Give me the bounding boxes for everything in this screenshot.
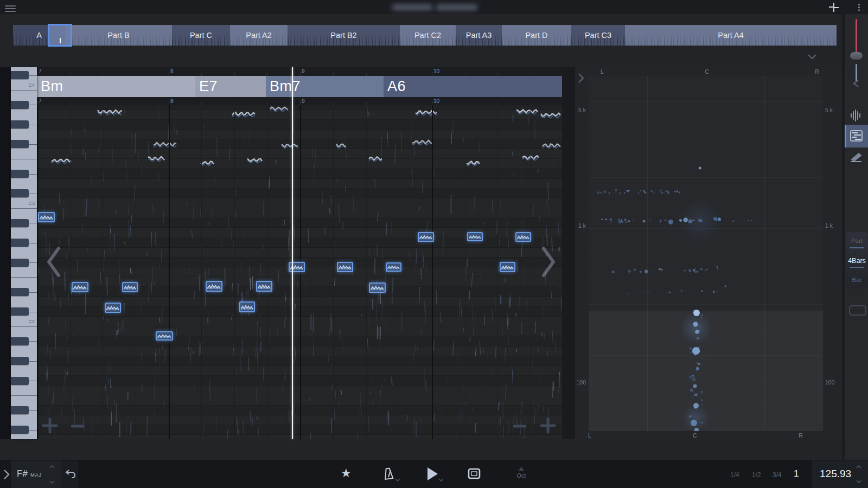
volume-slider[interactable] [845, 19, 868, 84]
key-up-chevron-icon[interactable] [49, 465, 55, 469]
piano-roll-grid[interactable] [37, 105, 562, 439]
zoom-out-button-left[interactable] [71, 422, 85, 431]
play-dropdown-chevron-icon[interactable] [438, 478, 444, 482]
expand-chevron-icon[interactable] [3, 468, 10, 480]
note-block[interactable] [239, 301, 255, 312]
note-block[interactable] [289, 262, 305, 272]
note-block[interactable] [256, 281, 272, 292]
piano-key-black[interactable] [11, 406, 29, 414]
division-quarter[interactable]: 1/4 [730, 471, 739, 479]
piano-key-black[interactable] [11, 120, 29, 129]
note-block[interactable] [386, 262, 401, 272]
part-tab-part-b2[interactable]: Part B2 [288, 25, 400, 46]
nav-right-chevron-icon[interactable] [541, 246, 557, 278]
division-threequarter[interactable]: 3/4 [773, 471, 782, 479]
part-tab-part-c2[interactable]: Part C2 [400, 25, 456, 46]
part-tab-part-a4[interactable]: Part A4 [625, 25, 837, 46]
metronome-icon[interactable] [383, 467, 394, 480]
key-notch [29, 194, 37, 194]
favorite-star-icon[interactable]: ★ [341, 466, 352, 480]
note-block[interactable] [206, 281, 222, 292]
piano-key-black[interactable] [11, 170, 29, 178]
pianoroll-view-button[interactable] [845, 125, 868, 147]
nav-left-chevron-icon[interactable] [46, 246, 61, 278]
slider-knob[interactable] [850, 52, 863, 60]
key-notch [29, 430, 37, 431]
bar-ruler-top[interactable]: 78910 [37, 67, 562, 76]
note-pitch-curve [207, 282, 221, 290]
undo-button[interactable] [61, 460, 78, 488]
piano-key-black[interactable] [11, 239, 29, 247]
picker-option-bar[interactable]: Bar [846, 277, 868, 283]
metronome-dropdown-chevron-icon[interactable] [395, 478, 400, 482]
bpm-up-chevron-icon[interactable] [856, 465, 862, 469]
note-block[interactable] [369, 282, 386, 293]
part-tab-part-c[interactable]: Part C [172, 25, 230, 46]
piano-key-black[interactable] [11, 189, 29, 197]
grid-row [37, 287, 562, 297]
note-block[interactable] [38, 212, 55, 222]
loop-region-icon[interactable] [468, 468, 481, 479]
play-button[interactable] [427, 467, 438, 480]
waveform-icon[interactable] [845, 110, 868, 121]
octave-up-triangle-icon[interactable] [519, 467, 524, 471]
note-block[interactable] [122, 282, 138, 292]
note-block[interactable] [515, 232, 531, 242]
selected-accent [845, 125, 846, 147]
pencil-icon[interactable] [845, 152, 868, 163]
note-block[interactable] [105, 303, 121, 313]
picker-option-4bars[interactable]: 4Bars [846, 257, 868, 265]
restore-window-icon[interactable] [829, 3, 839, 12]
chevron-down-icon[interactable] [807, 54, 817, 60]
note-block[interactable] [418, 232, 434, 242]
key-down-chevron-icon[interactable] [49, 480, 55, 484]
piano-key-black[interactable] [11, 101, 29, 109]
chord-segment-a6[interactable]: A6 [384, 76, 562, 97]
zoom-in-button-left[interactable] [42, 418, 58, 434]
note-block[interactable] [72, 282, 88, 292]
bpm-display[interactable]: 125.93 [812, 460, 868, 488]
playhead[interactable] [292, 67, 293, 439]
hamburger-menu-icon[interactable] [5, 4, 16, 14]
picker-option-part[interactable]: Part [846, 237, 868, 244]
chord-segment-bm[interactable]: Bm [37, 76, 195, 97]
zoom-out-button-right[interactable] [513, 422, 527, 431]
piano-key-black[interactable] [11, 357, 29, 365]
key-selector[interactable]: F# MAJ [11, 460, 61, 488]
note-block[interactable] [337, 262, 353, 272]
piano-key-black[interactable] [11, 219, 29, 227]
division-half[interactable]: 1/2 [752, 471, 761, 479]
part-tab-part-a2[interactable]: Part A2 [230, 25, 288, 46]
bar-count-display[interactable]: 1 [794, 468, 799, 479]
piano-key-black[interactable] [11, 337, 29, 345]
piano-key-black[interactable] [11, 259, 29, 267]
kebab-menu-icon[interactable] [857, 3, 860, 12]
bpm-down-chevron-icon[interactable] [856, 479, 862, 484]
octave-control[interactable]: Oct [514, 467, 528, 479]
marquee-select-icon[interactable] [849, 305, 866, 316]
piano-keyboard[interactable]: C4C3C2 [11, 67, 37, 439]
piano-key-black[interactable] [11, 288, 29, 296]
piano-key-black[interactable] [11, 307, 29, 316]
panel-collapse-chevron-icon[interactable] [577, 73, 585, 84]
note-block[interactable] [467, 232, 483, 241]
piano-key-black[interactable] [11, 71, 29, 79]
note-block[interactable] [500, 262, 515, 272]
part-tab-part-d[interactable]: Part D [502, 25, 571, 46]
piano-key-black[interactable] [11, 140, 29, 148]
selected-region-box[interactable] [48, 24, 72, 47]
part-tab-part-a3[interactable]: Part A3 [456, 25, 502, 46]
key-notch [29, 105, 37, 105]
note-block[interactable] [156, 331, 173, 341]
part-tab-part-b[interactable]: Part B [65, 25, 172, 46]
piano-key-black[interactable] [11, 426, 29, 434]
zoom-in-button-right[interactable] [540, 418, 556, 434]
spectrum-gridline-h [589, 152, 823, 152]
chord-segment-bm7[interactable]: Bm7 [266, 76, 384, 97]
bar-ruler-bottom[interactable]: 78910 [37, 97, 562, 105]
piano-key-black[interactable] [11, 377, 29, 385]
part-tab-part-c3[interactable]: Part C3 [571, 25, 625, 46]
grid-resolution-picker[interactable]: Part4BarsBar [846, 232, 868, 288]
chord-segment-e7[interactable]: E7 [195, 76, 266, 97]
chevron-left-icon[interactable] [845, 79, 868, 88]
